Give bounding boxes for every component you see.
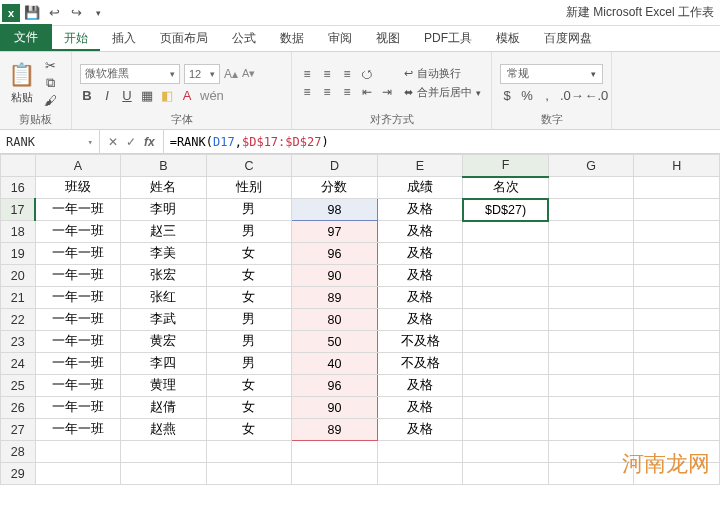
tab-file[interactable]: 文件 (0, 24, 52, 51)
redo-icon[interactable]: ↪ (66, 3, 86, 23)
phonetic-icon[interactable]: wén (200, 88, 224, 103)
cell-B27[interactable]: 赵燕 (121, 419, 207, 441)
cell-C29[interactable] (206, 463, 292, 485)
cell-G23[interactable] (548, 331, 634, 353)
cell-D20[interactable]: 90 (292, 265, 378, 287)
cell-D22[interactable]: 80 (292, 309, 378, 331)
cell-F22[interactable] (463, 309, 549, 331)
tab-review[interactable]: 审阅 (316, 25, 364, 51)
cell-C16[interactable]: 性别 (206, 177, 292, 199)
excel-icon[interactable]: x (2, 4, 20, 22)
cell-E22[interactable]: 及格 (377, 309, 463, 331)
decrease-decimal-icon[interactable]: ←.0 (585, 88, 604, 103)
cell-F27[interactable] (463, 419, 549, 441)
cell-C28[interactable] (206, 441, 292, 463)
font-size-select[interactable]: 12▾ (184, 64, 220, 84)
cell-D24[interactable]: 40 (292, 353, 378, 375)
cell-G17[interactable] (548, 199, 634, 221)
col-header-F[interactable]: F (463, 155, 549, 177)
cell-C27[interactable]: 女 (206, 419, 292, 441)
cell-B24[interactable]: 李四 (121, 353, 207, 375)
cell-D26[interactable]: 90 (292, 397, 378, 419)
cell-D18[interactable]: 97 (292, 221, 378, 243)
align-center-icon[interactable]: ≡ (320, 85, 334, 99)
cell-D23[interactable]: 50 (292, 331, 378, 353)
cell-H26[interactable] (634, 397, 720, 419)
cell-D27[interactable]: 89 (292, 419, 378, 441)
cell-D21[interactable]: 89 (292, 287, 378, 309)
cell-B26[interactable]: 赵倩 (121, 397, 207, 419)
cell-E18[interactable]: 及格 (377, 221, 463, 243)
cell-C23[interactable]: 男 (206, 331, 292, 353)
row-header-16[interactable]: 16 (1, 177, 36, 199)
copy-icon[interactable]: ⧉ (41, 75, 59, 91)
row-header-20[interactable]: 20 (1, 265, 36, 287)
cell-F20[interactable] (463, 265, 549, 287)
cell-B16[interactable]: 姓名 (121, 177, 207, 199)
cancel-formula-icon[interactable]: ✕ (108, 135, 118, 149)
indent-decrease-icon[interactable]: ⇤ (360, 85, 374, 99)
cell-E28[interactable] (377, 441, 463, 463)
cell-G19[interactable] (548, 243, 634, 265)
cell-F18[interactable] (463, 221, 549, 243)
cell-C26[interactable]: 女 (206, 397, 292, 419)
underline-button[interactable]: U (120, 88, 134, 103)
cell-D17[interactable]: 98 (292, 199, 378, 221)
save-icon[interactable]: 💾 (22, 3, 42, 23)
cell-B19[interactable]: 李美 (121, 243, 207, 265)
row-header-25[interactable]: 25 (1, 375, 36, 397)
col-header-G[interactable]: G (548, 155, 634, 177)
cell-A16[interactable]: 班级 (35, 177, 121, 199)
row-header-17[interactable]: 17 (1, 199, 36, 221)
cell-F26[interactable] (463, 397, 549, 419)
cell-G26[interactable] (548, 397, 634, 419)
align-top-icon[interactable]: ≡ (300, 67, 314, 81)
currency-icon[interactable]: $ (500, 88, 514, 103)
select-all-corner[interactable] (1, 155, 36, 177)
border-icon[interactable]: ▦ (140, 88, 154, 103)
cell-C25[interactable]: 女 (206, 375, 292, 397)
number-format-select[interactable]: 常规▾ (500, 64, 603, 84)
row-header-23[interactable]: 23 (1, 331, 36, 353)
cell-H25[interactable] (634, 375, 720, 397)
cell-H28[interactable] (634, 441, 720, 463)
col-header-H[interactable]: H (634, 155, 720, 177)
increase-decimal-icon[interactable]: .0→ (560, 88, 579, 103)
row-header-19[interactable]: 19 (1, 243, 36, 265)
align-bottom-icon[interactable]: ≡ (340, 67, 354, 81)
cell-E20[interactable]: 及格 (377, 265, 463, 287)
cell-A28[interactable] (35, 441, 121, 463)
cell-B17[interactable]: 李明 (121, 199, 207, 221)
cell-D29[interactable] (292, 463, 378, 485)
row-header-18[interactable]: 18 (1, 221, 36, 243)
cell-B28[interactable] (121, 441, 207, 463)
cell-F28[interactable] (463, 441, 549, 463)
cell-E17[interactable]: 及格 (377, 199, 463, 221)
namebox-dropdown-icon[interactable]: ▾ (88, 137, 93, 147)
orientation-icon[interactable]: ⭯ (360, 67, 374, 81)
cell-H27[interactable] (634, 419, 720, 441)
row-header-29[interactable]: 29 (1, 463, 36, 485)
cell-E27[interactable]: 及格 (377, 419, 463, 441)
row-header-28[interactable]: 28 (1, 441, 36, 463)
cell-A18[interactable]: 一年一班 (35, 221, 121, 243)
cell-C22[interactable]: 男 (206, 309, 292, 331)
tab-insert[interactable]: 插入 (100, 25, 148, 51)
cell-G27[interactable] (548, 419, 634, 441)
cell-A27[interactable]: 一年一班 (35, 419, 121, 441)
cell-B25[interactable]: 黄理 (121, 375, 207, 397)
cell-C21[interactable]: 女 (206, 287, 292, 309)
cell-F24[interactable] (463, 353, 549, 375)
col-header-C[interactable]: C (206, 155, 292, 177)
tab-data[interactable]: 数据 (268, 25, 316, 51)
row-header-22[interactable]: 22 (1, 309, 36, 331)
wrap-text-button[interactable]: ↩ 自动换行 (404, 66, 481, 81)
cell-A29[interactable] (35, 463, 121, 485)
cell-A22[interactable]: 一年一班 (35, 309, 121, 331)
increase-font-icon[interactable]: A▴ (224, 67, 238, 81)
cell-A24[interactable]: 一年一班 (35, 353, 121, 375)
tab-home[interactable]: 开始 (52, 25, 100, 51)
align-left-icon[interactable]: ≡ (300, 85, 314, 99)
tab-layout[interactable]: 页面布局 (148, 25, 220, 51)
cell-H23[interactable] (634, 331, 720, 353)
